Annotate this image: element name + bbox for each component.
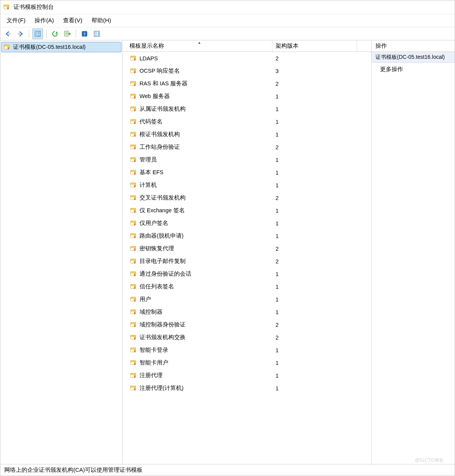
tree-root-item[interactable]: 证书模板(DC-05.test16.local) <box>1 42 121 52</box>
template-row[interactable]: 交叉证书颁发机构2 <box>123 191 371 204</box>
template-name-label: 注册代理 <box>139 372 163 379</box>
template-row[interactable]: 根证书颁发机构1 <box>123 128 371 141</box>
template-row[interactable]: 通过身份验证的会话1 <box>123 268 371 280</box>
svg-text:?: ? <box>83 32 86 36</box>
template-row[interactable]: 从属证书颁发机构1 <box>123 103 371 115</box>
refresh-button[interactable] <box>50 28 60 39</box>
cert-template-icon <box>130 208 137 214</box>
help-button[interactable]: ? <box>79 28 90 39</box>
template-version-cell: 1 <box>272 182 357 188</box>
template-row[interactable]: 用户1 <box>123 293 371 306</box>
template-version-cell: 2 <box>272 144 357 150</box>
template-row[interactable]: 路由器(脱机申请)1 <box>123 230 371 242</box>
list-body[interactable]: LDAPS2OCSP 响应签名3RAS 和 IAS 服务器2Web 服务器1从属… <box>123 52 371 464</box>
template-name-label: OCSP 响应签名 <box>139 67 180 75</box>
cert-template-icon <box>130 296 137 303</box>
main-area: 证书模板(DC-05.test16.local) 模板显示名称 ▴ 架构版本 L… <box>0 40 455 464</box>
nav-back-button[interactable] <box>3 28 13 39</box>
template-name-cell: 注册代理 <box>126 372 272 379</box>
actions-group-header[interactable]: 证书模板(DC-05.test16.local) <box>372 52 455 63</box>
template-row[interactable]: 工作站身份验证2 <box>123 141 371 153</box>
menu-file[interactable]: 文件(F) <box>7 17 25 24</box>
template-row[interactable]: OCSP 响应签名3 <box>123 65 371 77</box>
show-hide-tree-button[interactable] <box>32 28 43 39</box>
template-name-cell: 目录电子邮件复制 <box>126 258 272 265</box>
template-name-label: 工作站身份验证 <box>139 143 180 151</box>
cert-template-icon <box>130 106 137 112</box>
template-name-cell: 通过身份验证的会话 <box>126 270 272 278</box>
column-header-version[interactable]: 架构版本 <box>272 40 357 52</box>
template-row[interactable]: 域控制器1 <box>123 306 371 318</box>
template-row[interactable]: LDAPS2 <box>123 52 371 65</box>
template-name-cell: 证书颁发机构交换 <box>126 334 272 341</box>
template-version-cell: 2 <box>272 195 357 201</box>
template-row[interactable]: 智能卡用户1 <box>123 356 371 369</box>
template-row[interactable]: 计算机1 <box>123 179 371 191</box>
template-name-label: 域控制器身份验证 <box>139 321 186 328</box>
template-row[interactable]: 代码签名1 <box>123 115 371 128</box>
template-name-label: 智能卡用户 <box>139 359 168 366</box>
cert-template-icon <box>130 233 137 239</box>
template-name-cell: 路由器(脱机申请) <box>126 232 272 240</box>
cert-template-icon <box>130 170 137 176</box>
cert-template-icon <box>4 44 11 50</box>
template-version-cell: 1 <box>272 157 357 163</box>
template-row[interactable]: 仅用户签名1 <box>123 217 371 230</box>
cert-template-icon <box>130 309 137 315</box>
template-name-cell: 根证书颁发机构 <box>126 131 272 138</box>
cert-template-icon <box>130 157 137 163</box>
cert-template-icon <box>130 246 137 252</box>
template-row[interactable]: 基本 EFS1 <box>123 166 371 179</box>
cert-template-icon <box>130 93 137 100</box>
list-header: 模板显示名称 ▴ 架构版本 <box>123 40 371 52</box>
template-version-cell: 1 <box>272 220 357 226</box>
template-row[interactable]: 域控制器身份验证2 <box>123 318 371 331</box>
tree-pane[interactable]: 证书模板(DC-05.test16.local) <box>0 40 123 464</box>
template-version-cell: 1 <box>272 119 357 125</box>
toolbar: ? <box>0 27 455 40</box>
template-name-label: 交叉证书颁发机构 <box>139 194 186 201</box>
menu-action[interactable]: 操作(A) <box>35 17 54 24</box>
template-version-cell: 1 <box>272 385 357 391</box>
show-hide-action-pane-button[interactable] <box>91 28 102 39</box>
template-row[interactable]: 注册代理(计算机)1 <box>123 382 371 394</box>
window-title: 证书模板控制台 <box>13 3 54 11</box>
export-list-button[interactable] <box>62 28 73 39</box>
menu-view[interactable]: 查看(V) <box>63 17 82 24</box>
template-name-label: 用户 <box>139 296 151 303</box>
template-row[interactable]: 管理员1 <box>123 153 371 166</box>
template-name-label: 密钥恢复代理 <box>139 245 174 252</box>
template-name-cell: 域控制器 <box>126 308 272 316</box>
toolbar-separator <box>76 30 76 38</box>
template-row[interactable]: 密钥恢复代理2 <box>123 242 371 255</box>
template-version-cell: 2 <box>272 246 357 252</box>
template-name-cell: 仅用户签名 <box>126 220 272 227</box>
template-row[interactable]: 信任列表签名1 <box>123 280 371 293</box>
template-row[interactable]: 仅 Exchange 签名1 <box>123 204 371 217</box>
cert-template-icon <box>130 258 137 265</box>
template-row[interactable]: 证书颁发机构交换2 <box>123 331 371 344</box>
actions-pane-title: 操作 <box>372 40 455 52</box>
cert-template-icon <box>130 68 137 74</box>
template-row[interactable]: Web 服务器1 <box>123 90 371 103</box>
actions-more[interactable]: 更多操作 <box>372 63 455 76</box>
sort-ascending-icon: ▴ <box>198 40 201 45</box>
template-version-cell: 2 <box>272 258 357 265</box>
template-row[interactable]: 智能卡登录1 <box>123 344 371 356</box>
cert-template-icon <box>130 119 137 125</box>
template-name-label: 根证书颁发机构 <box>139 131 180 138</box>
template-row[interactable]: 目录电子邮件复制2 <box>123 255 371 268</box>
template-version-cell: 2 <box>272 335 357 341</box>
template-name-label: RAS 和 IAS 服务器 <box>139 80 188 87</box>
tree-root-label: 证书模板(DC-05.test16.local) <box>13 43 86 51</box>
template-name-label: 目录电子邮件复制 <box>139 258 186 265</box>
template-name-label: 证书颁发机构交换 <box>139 334 186 341</box>
template-row[interactable]: RAS 和 IAS 服务器2 <box>123 77 371 90</box>
column-header-name[interactable]: 模板显示名称 ▴ <box>126 40 272 52</box>
menu-help[interactable]: 帮助(H) <box>91 17 111 24</box>
nav-forward-button[interactable] <box>15 28 26 39</box>
template-row[interactable]: 注册代理1 <box>123 369 371 382</box>
template-name-label: 仅 Exchange 签名 <box>139 207 185 214</box>
cert-template-icon <box>130 271 137 277</box>
template-name-cell: 代码签名 <box>126 118 272 125</box>
